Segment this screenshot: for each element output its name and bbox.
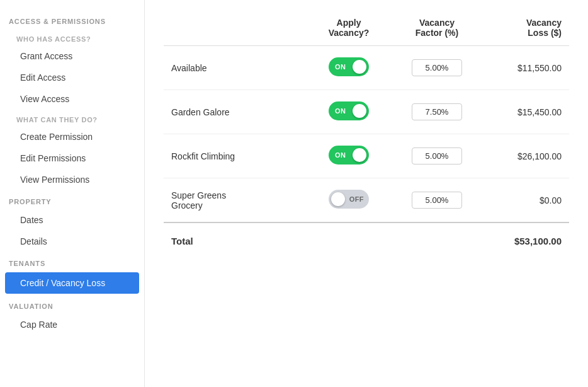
- toggle-knob-0: [353, 60, 366, 74]
- col-header-tenant: [164, 13, 305, 46]
- col-header-loss: VacancyLoss ($): [481, 13, 569, 46]
- factor-input-3[interactable]: [412, 192, 462, 209]
- factor-cell-0: [393, 46, 481, 90]
- toggle-cell-1: ON: [305, 90, 393, 134]
- sidebar-subsection-who-has-access: WHO HAS ACCESS?: [0, 29, 144, 45]
- apply-vacancy-header: ApplyVacancy?: [329, 18, 370, 38]
- toggle-knob-3: [331, 192, 345, 206]
- sidebar-item-view-access[interactable]: View Access: [0, 88, 144, 110]
- tenant-name-3: Super GreensGrocery: [164, 178, 305, 223]
- sidebar-subsection-what-can-they-do: WHAT CAN THEY DO?: [0, 110, 144, 126]
- factor-cell-1: [393, 90, 481, 134]
- total-empty-1: [305, 222, 393, 258]
- sidebar-item-grant-access[interactable]: Grant Access: [0, 45, 144, 67]
- sidebar-item-view-permissions[interactable]: View Permissions: [0, 169, 144, 190]
- sidebar-item-dates[interactable]: Dates: [0, 209, 144, 231]
- sidebar-section-property: PROPERTY: [0, 190, 144, 209]
- loss-value-3: $0.00: [481, 178, 569, 223]
- sidebar-section-valuation: VALUATION: [0, 295, 144, 314]
- loss-value-2: $26,100.00: [481, 134, 569, 178]
- loss-header: VacancyLoss ($): [526, 18, 562, 38]
- total-label: Total: [164, 222, 305, 258]
- main-content: ApplyVacancy? VacancyFactor (%) VacancyL…: [145, 0, 588, 387]
- toggle-cell-2: ON: [305, 134, 393, 178]
- factor-cell-3: [393, 178, 481, 223]
- factor-input-0[interactable]: [412, 59, 462, 76]
- table-row: Super GreensGroceryOFF$0.00: [164, 178, 569, 223]
- factor-input-1[interactable]: [412, 103, 462, 120]
- total-value: $53,100.00: [481, 222, 569, 258]
- toggle-1[interactable]: ON: [329, 101, 369, 120]
- vacancy-table: ApplyVacancy? VacancyFactor (%) VacancyL…: [164, 13, 569, 258]
- sidebar-item-cap-rate[interactable]: Cap Rate: [0, 314, 144, 335]
- toggle-label-1: ON: [335, 107, 346, 115]
- toggle-cell-0: ON: [305, 46, 393, 90]
- factor-cell-2: [393, 134, 481, 178]
- toggle-3[interactable]: OFF: [329, 190, 369, 209]
- toggle-cell-3: OFF: [305, 178, 393, 223]
- loss-value-0: $11,550.00: [481, 46, 569, 90]
- toggle-knob-2: [353, 148, 366, 162]
- toggle-2[interactable]: ON: [329, 146, 369, 165]
- tenant-name-0: Available: [164, 46, 305, 90]
- tenant-name-2: Rockfit Climbing: [164, 134, 305, 178]
- factor-header: VacancyFactor (%): [416, 18, 458, 38]
- table-row: Rockfit ClimbingON$26,100.00: [164, 134, 569, 178]
- sidebar-item-edit-permissions[interactable]: Edit Permissions: [0, 147, 144, 169]
- table-row: AvailableON$11,550.00: [164, 46, 569, 90]
- toggle-knob-1: [353, 104, 366, 118]
- sidebar-item-details[interactable]: Details: [0, 231, 144, 252]
- sidebar-section-tenants: TENANTS: [0, 252, 144, 271]
- toggle-label-0: ON: [335, 63, 346, 71]
- sidebar-item-create-permission[interactable]: Create Permission: [0, 126, 144, 147]
- tenant-name-1: Garden Galore: [164, 90, 305, 134]
- sidebar-section-access--permissions: ACCESS & PERMISSIONS: [0, 10, 144, 29]
- total-row: Total$53,100.00: [164, 222, 569, 258]
- sidebar: ACCESS & PERMISSIONSWHO HAS ACCESS?Grant…: [0, 0, 145, 387]
- col-header-factor: VacancyFactor (%): [393, 13, 481, 46]
- factor-input-2[interactable]: [412, 147, 462, 165]
- sidebar-item-credit-vacancy-loss[interactable]: Credit / Vacancy Loss: [5, 272, 139, 294]
- toggle-label-2: ON: [335, 151, 346, 159]
- toggle-0[interactable]: ON: [329, 57, 369, 76]
- total-empty-2: [393, 222, 481, 258]
- sidebar-item-edit-access[interactable]: Edit Access: [0, 67, 144, 88]
- loss-value-1: $15,450.00: [481, 90, 569, 134]
- col-header-apply: ApplyVacancy?: [305, 13, 393, 46]
- toggle-label-3: OFF: [349, 195, 364, 203]
- table-row: Garden GaloreON$15,450.00: [164, 90, 569, 134]
